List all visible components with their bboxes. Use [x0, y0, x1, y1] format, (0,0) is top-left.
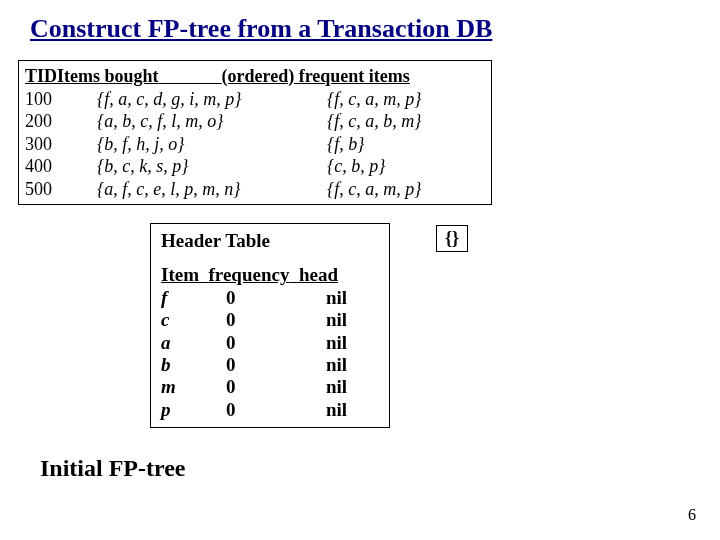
col-freq-header: (ordered) frequent items [222, 66, 410, 86]
page-title: Construct FP-tree from a Transaction DB [30, 14, 492, 44]
col-items-header: Items bought [57, 66, 159, 86]
cell-item: a [161, 332, 226, 354]
cell-freq: {f, b} [327, 133, 485, 156]
page-number: 6 [688, 506, 696, 524]
cell-freq: 0 [226, 309, 326, 331]
transaction-table: TIDItems bought (ordered) frequent items… [18, 60, 492, 205]
cell-tid: 400 [25, 155, 97, 178]
cell-freq: 0 [226, 376, 326, 398]
cell-item: p [161, 399, 226, 421]
table-row: m 0 nil [161, 376, 379, 398]
cell-head: nil [326, 309, 379, 331]
cell-items: {a, f, c, e, l, p, m, n} [97, 178, 327, 201]
cell-freq: 0 [226, 287, 326, 309]
hcol-head-header: head [299, 264, 338, 285]
transaction-header: TIDItems bought (ordered) frequent items [25, 65, 485, 88]
cell-tid: 500 [25, 178, 97, 201]
cell-head: nil [326, 399, 379, 421]
cell-freq: 0 [226, 399, 326, 421]
cell-head: nil [326, 376, 379, 398]
table-row: a 0 nil [161, 332, 379, 354]
cell-items: {f, a, c, d, g, i, m, p} [97, 88, 327, 111]
subtitle: Initial FP-tree [40, 455, 186, 482]
header-table: Header Table Item frequency head f 0 nil… [150, 223, 390, 428]
table-row: p 0 nil [161, 399, 379, 421]
cell-tid: 300 [25, 133, 97, 156]
cell-freq: {f, c, a, m, p} [327, 178, 485, 201]
cell-freq: {f, c, a, b, m} [327, 110, 485, 133]
cell-head: nil [326, 354, 379, 376]
fp-tree-root: {} [436, 225, 468, 252]
cell-freq: 0 [226, 332, 326, 354]
cell-freq: {c, b, p} [327, 155, 485, 178]
cell-items: {b, f, h, j, o} [97, 133, 327, 156]
cell-item: b [161, 354, 226, 376]
cell-tid: 200 [25, 110, 97, 133]
table-row: 200 {a, b, c, f, l, m, o} {f, c, a, b, m… [25, 110, 485, 133]
cell-tid: 100 [25, 88, 97, 111]
header-table-title: Header Table [161, 230, 379, 252]
table-row: b 0 nil [161, 354, 379, 376]
cell-freq: 0 [226, 354, 326, 376]
table-row: f 0 nil [161, 287, 379, 309]
header-table-columns: Item frequency head [161, 264, 379, 286]
cell-freq: {f, c, a, m, p} [327, 88, 485, 111]
table-row: c 0 nil [161, 309, 379, 331]
cell-head: nil [326, 287, 379, 309]
cell-item: m [161, 376, 226, 398]
hcol-item-header: Item [161, 264, 199, 285]
col-tid-header: TID [25, 66, 57, 86]
cell-items: {b, c, k, s, p} [97, 155, 327, 178]
table-row: 300 {b, f, h, j, o} {f, b} [25, 133, 485, 156]
cell-items: {a, b, c, f, l, m, o} [97, 110, 327, 133]
table-row: 500 {a, f, c, e, l, p, m, n} {f, c, a, m… [25, 178, 485, 201]
cell-item: c [161, 309, 226, 331]
table-row: 400 {b, c, k, s, p} {c, b, p} [25, 155, 485, 178]
hcol-freq-header: frequency [208, 264, 289, 285]
table-row: 100 {f, a, c, d, g, i, m, p} {f, c, a, m… [25, 88, 485, 111]
cell-head: nil [326, 332, 379, 354]
cell-item: f [161, 287, 226, 309]
